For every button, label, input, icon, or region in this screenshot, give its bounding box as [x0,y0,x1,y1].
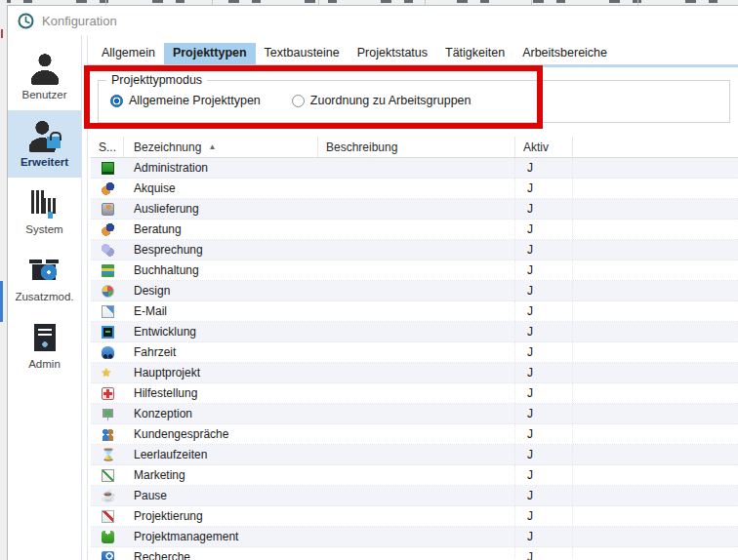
sidebar-item-benutzer[interactable]: Benutzer [8,43,81,110]
tab-arbeitsbereiche[interactable]: Arbeitsbereiche [513,43,616,64]
cell-beschreibung [318,281,515,300]
table-row[interactable]: Hauptprojekt J [91,363,738,383]
table-row[interactable]: Fahrzeit J [91,342,738,363]
project-types-table: S... Bezeichnung ▲ Beschreibung Aktiv [91,137,738,560]
hourglass-icon [102,449,114,461]
handshake-icon [102,223,114,236]
tab-textbausteine[interactable]: Textbausteine [256,43,348,64]
column-header-beschreibung[interactable]: Beschreibung [318,137,515,157]
cell-beschreibung [318,527,515,546]
cell-beschreibung [318,547,515,560]
cell-bezeichnung: Beratung [124,222,318,236]
table-row[interactable]: E-Mail J [91,301,738,322]
tab-projektstatus[interactable]: Projektstatus [348,43,436,64]
cell-bezeichnung: Projektmanagement [124,530,318,543]
table-row[interactable]: Design J [91,281,738,301]
server-icon [28,321,62,354]
circuit-card-icon [102,162,114,175]
books-icon [102,264,114,277]
cell-bezeichnung: Pause [124,489,318,502]
table-row[interactable]: Auslieferung J [91,199,738,220]
table-row[interactable]: Recherche J [91,547,738,560]
sidebar-item-system[interactable]: System [8,178,81,245]
table-row[interactable]: Besprechung J [91,240,738,260]
user-lock-icon [28,119,62,152]
cell-aktiv: J [515,301,573,321]
cell-bezeichnung: Hauptprojekt [124,366,318,380]
table-row[interactable]: Leerlaufzeiten J [91,445,738,465]
column-header-filler [573,137,738,157]
sidebar-item-zusatzmod[interactable]: Zusatzmod. [8,245,81,312]
table-row[interactable]: Projektmanagement J [91,527,738,547]
cell-aktiv: J [515,220,573,239]
column-header-symbol[interactable]: S... [91,137,124,157]
table-body: Administration J Akquise J Auslieferung … [91,158,738,560]
radio-button-icon[interactable] [110,95,123,107]
table-row[interactable]: Buchhaltung J [91,260,738,281]
cell-aktiv: J [515,363,573,382]
coffee-icon [102,490,114,502]
tab-label: Arbeitsbereiche [522,46,607,60]
background-blue-mark [0,281,3,322]
tab-underline [88,64,738,67]
email-icon [102,305,114,318]
sidebar: Benutzer Erweitert System Zusatzmod. Adm… [8,35,82,560]
presentation-icon [102,408,114,420]
cell-beschreibung [318,445,515,464]
radio-option-label: Allgemeine Projekttypen [129,94,261,107]
konfiguration-dialog: Konfiguration Benutzer Erweitert System … [7,5,738,560]
cell-bezeichnung: Konzeption [124,407,318,420]
table-row[interactable]: Marketing J [91,465,738,486]
cell-beschreibung [318,322,515,341]
table-row[interactable]: Projektierung J [91,506,738,527]
speech-bubbles-icon [102,244,114,257]
cell-bezeichnung: Recherche [124,550,318,560]
sidebar-item-admin[interactable]: Admin [8,312,81,380]
table-row[interactable]: Administration J [91,158,738,179]
tab-projekttypen[interactable]: Projekttypen [164,43,256,64]
cell-aktiv: J [515,527,573,546]
cell-beschreibung [318,199,515,219]
cell-bezeichnung: E-Mail [124,304,318,318]
sidebar-item-erweitert[interactable]: Erweitert [8,110,81,178]
table-row[interactable]: Hilfestellung J [91,383,738,404]
cell-beschreibung [318,220,515,239]
cell-beschreibung [318,486,515,505]
radio-button-icon[interactable] [292,95,305,107]
table-row[interactable]: Entwicklung J [91,322,738,342]
table-header-row: S... Bezeichnung ▲ Beschreibung Aktiv [91,137,738,158]
tab-label: Textbausteine [265,46,340,60]
cell-beschreibung [318,506,515,526]
radio-option-allgemeine-projekttypen[interactable]: Allgemeine Projekttypen [110,94,261,107]
cell-aktiv: J [515,240,573,260]
table-row[interactable]: Konzeption J [91,404,738,424]
tab-label: Tätigkeiten [445,46,505,60]
table-row[interactable]: Kundengespräche J [91,424,738,445]
sidebar-item-label: Admin [8,358,81,370]
cell-aktiv: J [515,486,573,505]
building-icon [28,186,62,220]
projekttypmodus-groupbox: Projekttypmodus Allgemeine Projekttypen … [98,80,730,123]
first-aid-icon [102,387,114,400]
tab-allgemein[interactable]: Allgemein [93,43,164,64]
palette-icon [102,285,114,298]
column-header-label: S... [99,140,116,154]
tab-label: Allgemein [102,46,155,60]
tab-tätigkeiten[interactable]: Tätigkeiten [436,43,513,64]
table-row[interactable]: Akquise J [91,179,738,199]
cell-beschreibung [318,240,515,260]
column-header-aktiv[interactable]: Aktiv [515,137,573,157]
sort-ascending-icon: ▲ [208,142,216,151]
handshake-icon [102,182,114,195]
cell-bezeichnung: Leerlaufzeiten [124,448,318,461]
table-row[interactable]: Pause J [91,486,738,506]
cell-aktiv: J [515,322,573,341]
window-title: Konfiguration [42,14,117,28]
table-row[interactable]: Beratung J [91,220,738,240]
cell-bezeichnung: Auslieferung [124,202,318,216]
column-header-bezeichnung[interactable]: Bezeichnung ▲ [124,137,318,157]
tab-bar: Allgemein Projekttypen Textbausteine Pro… [88,43,738,64]
radio-option-zuordnung-zu-arbeitsgruppen[interactable]: Zuordnung zu Arbeitsgruppen [292,94,472,107]
chart-icon [102,469,114,482]
clock-icon [18,13,34,29]
